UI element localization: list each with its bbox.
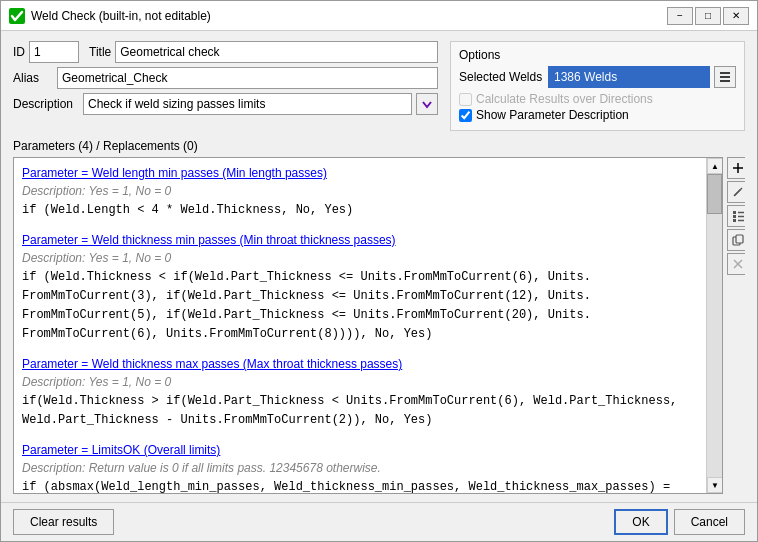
minimize-button[interactable]: −: [667, 7, 693, 25]
selected-welds-label: Selected Welds: [459, 70, 544, 84]
param-desc-4: Description: Return value is 0 if all li…: [22, 461, 381, 475]
options-title: Options: [459, 48, 736, 62]
maximize-button[interactable]: □: [695, 7, 721, 25]
copy-button[interactable]: [727, 229, 745, 251]
param-code-2: if (Weld.Thickness < if(Weld.Part_Thickn…: [22, 270, 591, 341]
scroll-up-button[interactable]: ▲: [707, 158, 723, 174]
title-label: Title: [89, 45, 111, 59]
param-desc-3: Description: Yes = 1, No = 0: [22, 375, 171, 389]
param-link-4[interactable]: Parameter = LimitsOK (Overall limits): [22, 443, 220, 457]
params-scrollbar[interactable]: ▲ ▼: [706, 158, 722, 493]
svg-rect-10: [733, 219, 736, 222]
parameters-content-wrapper: Parameter = Weld length min passes (Min …: [13, 157, 723, 494]
show-param-label: Show Parameter Description: [476, 108, 629, 122]
options-area: Options Selected Welds Calculate Resul: [450, 41, 745, 131]
description-input[interactable]: [83, 93, 412, 115]
form-area: ID Title Alias Description: [13, 41, 438, 131]
calc-results-row: Calculate Results over Directions: [459, 92, 736, 106]
alias-row: Alias: [13, 67, 438, 89]
show-param-row: Show Parameter Description: [459, 108, 736, 122]
param-desc-2: Description: Yes = 1, No = 0: [22, 251, 171, 265]
scroll-thumb: [707, 174, 722, 214]
add-icon: [732, 162, 744, 174]
description-dropdown-button[interactable]: [416, 93, 438, 115]
param-desc-1: Description: Yes = 1, No = 0: [22, 184, 171, 198]
show-param-checkbox[interactable]: [459, 109, 472, 122]
calc-results-checkbox[interactable]: [459, 93, 472, 106]
top-section: ID Title Alias Description: [13, 41, 745, 131]
dropdown-arrow-icon: [421, 98, 433, 110]
id-label: ID: [13, 45, 25, 59]
param-link-1[interactable]: Parameter = Weld length min passes (Min …: [22, 166, 327, 180]
ok-button[interactable]: OK: [614, 509, 667, 535]
scroll-track: [707, 174, 722, 477]
clear-results-button[interactable]: Clear results: [13, 509, 114, 535]
list-toolbar-button[interactable]: [727, 205, 745, 227]
param-block-4: Parameter = LimitsOK (Overall limits) De…: [22, 441, 698, 493]
selected-welds-row: Selected Welds: [459, 66, 736, 88]
close-button[interactable]: ✕: [723, 7, 749, 25]
param-block-2: Parameter = Weld thickness min passes (M…: [22, 231, 698, 343]
alias-input[interactable]: [57, 67, 438, 89]
title-input[interactable]: [115, 41, 438, 63]
right-toolbar: [723, 157, 745, 494]
description-label: Description: [13, 97, 79, 111]
param-code-3: if(Weld.Thickness > if(Weld.Part_Thickne…: [22, 394, 677, 427]
delete-button[interactable]: [727, 253, 745, 275]
main-content: ID Title Alias Description: [1, 31, 757, 502]
alias-label: Alias: [13, 71, 53, 85]
svg-rect-6: [733, 211, 736, 214]
id-title-row: ID Title: [13, 41, 438, 63]
svg-rect-13: [736, 235, 743, 243]
window-controls: − □ ✕: [667, 7, 749, 25]
param-link-3[interactable]: Parameter = Weld thickness max passes (M…: [22, 357, 402, 371]
title-bar-text: Weld Check (built-in, not editable): [31, 9, 667, 23]
parameters-body: Parameter = Weld length min passes (Min …: [13, 157, 745, 494]
bottom-right: OK Cancel: [614, 509, 745, 535]
title-bar: Weld Check (built-in, not editable) − □ …: [1, 1, 757, 31]
scroll-down-button[interactable]: ▼: [707, 477, 723, 493]
calc-results-label: Calculate Results over Directions: [476, 92, 653, 106]
cancel-button[interactable]: Cancel: [674, 509, 745, 535]
parameters-text-area[interactable]: Parameter = Weld length min passes (Min …: [14, 158, 706, 493]
edit-icon: [732, 186, 744, 198]
copy-icon: [732, 234, 744, 246]
parameters-header: Parameters (4) / Replacements (0): [13, 137, 745, 155]
add-button[interactable]: [727, 157, 745, 179]
selected-welds-input[interactable]: [548, 66, 710, 88]
main-window: Weld Check (built-in, not editable) − □ …: [0, 0, 758, 542]
param-block-3: Parameter = Weld thickness max passes (M…: [22, 355, 698, 429]
param-block-1: Parameter = Weld length min passes (Min …: [22, 164, 698, 219]
app-icon: [9, 8, 25, 24]
param-link-2[interactable]: Parameter = Weld thickness min passes (M…: [22, 233, 396, 247]
description-row: Description: [13, 93, 438, 115]
id-input[interactable]: [29, 41, 79, 63]
bottom-left: Clear results: [13, 509, 114, 535]
list-icon: [718, 71, 732, 83]
bottom-bar: Clear results OK Cancel: [1, 502, 757, 541]
param-code-1: if (Weld.Length < 4 * Weld.Thickness, No…: [22, 203, 353, 217]
svg-rect-8: [733, 215, 736, 218]
parameters-section: Parameters (4) / Replacements (0) Parame…: [13, 137, 745, 494]
param-code-4: if (absmax(Weld_length_min_passes, Weld_…: [22, 480, 670, 493]
list-toolbar-icon: [732, 210, 745, 222]
welds-list-button[interactable]: [714, 66, 736, 88]
delete-icon: [732, 258, 744, 270]
edit-button[interactable]: [727, 181, 745, 203]
